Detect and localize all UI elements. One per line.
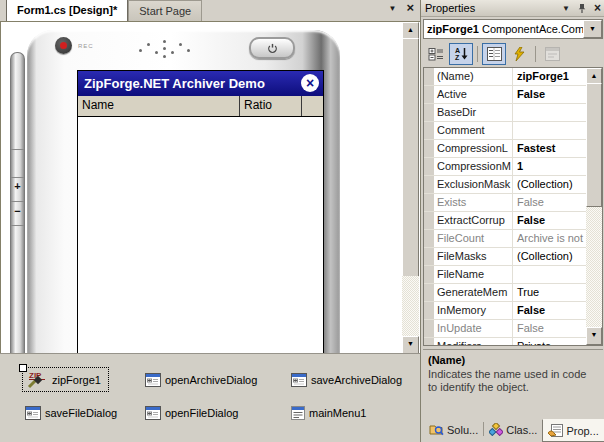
tab-scroll-dropdown-icon[interactable]: ▼ [388, 4, 396, 13]
tray-item-label: openFileDialog [165, 407, 238, 419]
listview-column-name[interactable]: Name [78, 96, 239, 116]
property-row-filemasks[interactable]: FileMasks(Collection) [424, 248, 602, 266]
property-row-inupdate[interactable]: InUpdateFalse [424, 320, 602, 338]
row-margin [424, 122, 434, 139]
document-close-icon[interactable]: × [406, 3, 414, 13]
form-titlebar[interactable]: ZipForge.NET Archiver Demo × [78, 71, 323, 96]
device-screen-form[interactable]: ZipForge.NET Archiver Demo × Name Ratio [77, 70, 324, 354]
properties-toolbar: AZ [421, 40, 604, 67]
bottom-tab-prop[interactable]: Prop... [542, 419, 604, 442]
device-volume-down-button: − [11, 205, 24, 217]
property-name: CompressionM [434, 158, 513, 175]
listview-body[interactable] [78, 117, 323, 354]
panel-close-icon[interactable]: × [594, 3, 601, 13]
window-position-dropdown-icon[interactable]: ▼ [562, 4, 570, 13]
toolbar-separator [535, 46, 536, 62]
property-name: Modifiers [434, 338, 513, 346]
bottom-tab-label: Clas... [506, 424, 537, 436]
properties-tab-icon [548, 424, 563, 437]
bottom-tab-label: Prop... [566, 425, 598, 437]
scrollbar-track[interactable] [402, 276, 419, 338]
property-row-filecount[interactable]: FileCountArchive is not o [424, 230, 602, 248]
device-rec-button: REC [55, 37, 94, 54]
property-name: ExclusionMask [434, 176, 513, 193]
form-designer-surface[interactable]: + − REC [0, 21, 420, 355]
dialog-icon [145, 406, 161, 420]
tray-item-saveArchiveDialog[interactable]: saveArchiveDialog [288, 367, 409, 392]
bottom-tab-label: Solu... [447, 424, 478, 436]
property-name: FileCount [434, 230, 513, 247]
categorized-button[interactable] [424, 43, 448, 65]
tray-item-label: openArchiveDialog [165, 374, 257, 386]
tray-item-openArchiveDialog[interactable]: openArchiveDialog [142, 367, 264, 392]
row-margin [424, 248, 434, 265]
row-margin [424, 194, 434, 211]
grid-scroll-down-icon[interactable]: ▼ [586, 327, 602, 345]
scrollbar-thumb[interactable] [402, 38, 419, 278]
property-row-inmemory[interactable]: InMemoryFalse [424, 302, 602, 320]
tray-item-openFileDialog[interactable]: openFileDialog [142, 404, 245, 422]
tray-item-label: mainMenu1 [309, 407, 366, 419]
listview-column-ratio[interactable]: Ratio [240, 96, 301, 116]
document-tabstrip: Form1.cs [Design]* Start Page ▼ × [0, 0, 420, 21]
alphabetical-button[interactable]: AZ [449, 43, 473, 65]
dialog-icon [291, 373, 307, 387]
designer-vertical-scrollbar[interactable]: ▲ ▼ [402, 22, 419, 354]
zipforge-icon: ZIP [26, 370, 48, 389]
property-row-compressionl[interactable]: CompressionLFastest [424, 140, 602, 158]
object-selector-combobox[interactable]: zipForge1 ComponentAce.Com ▼ [423, 19, 603, 38]
description-text: Indicates the name used in code to ident… [428, 368, 598, 394]
property-row-exclusionmask[interactable]: ExclusionMask(Collection) [424, 176, 602, 194]
property-row-basedir[interactable]: BaseDir [424, 104, 602, 122]
property-row-modifiers[interactable]: ModifiersPrivate [424, 338, 602, 346]
properties-titlebar: Properties ▼ × [421, 0, 604, 17]
combobox-dropdown-icon[interactable]: ▼ [583, 20, 602, 38]
selected-object: zipForge1 ComponentAce.Com [424, 23, 583, 35]
property-row-comment[interactable]: Comment [424, 122, 602, 140]
tray-item-label: saveFileDialog [45, 407, 117, 419]
rec-label: REC [78, 43, 94, 49]
row-margin [424, 158, 434, 175]
device-speaker-icon [139, 39, 195, 61]
auto-hide-pin-icon[interactable] [577, 3, 587, 14]
grid-vertical-scrollbar[interactable]: ▲ ▼ [586, 68, 602, 345]
tray-item-mainMenu1[interactable]: mainMenu1 [288, 404, 373, 422]
properties-button[interactable] [482, 43, 506, 65]
editor-pane: Form1.cs [Design]* Start Page ▼ × + − [0, 0, 420, 442]
tab-start-page[interactable]: Start Page [128, 0, 202, 21]
tray-item-zipForge1[interactable]: ZIPzipForge1 [22, 367, 109, 392]
property-name: ExtractCorrup [434, 212, 513, 229]
property-name: BaseDir [434, 104, 513, 121]
row-margin [424, 176, 434, 193]
tray-item-label: zipForge1 [52, 374, 101, 386]
device-volume-up-button: + [11, 180, 24, 192]
solution-explorer-icon [429, 423, 444, 436]
bottom-tab-solu[interactable]: Solu... [424, 419, 483, 440]
component-tray: ZIPzipForge1openArchiveDialogsaveArchive… [0, 353, 420, 442]
tab-form1-design[interactable]: Form1.cs [Design]* [6, 0, 128, 21]
listview-header[interactable]: Name Ratio [78, 96, 323, 117]
property-name: Active [434, 86, 513, 103]
property-row-filename[interactable]: FileName [424, 266, 602, 284]
form-close-icon[interactable]: × [301, 74, 319, 92]
bottom-tab-clas[interactable]: Clas... [484, 419, 542, 440]
menu-icon [291, 406, 305, 420]
row-margin [424, 212, 434, 229]
property-row-generatemem[interactable]: GenerateMemTrue [424, 284, 602, 302]
device-power-button [249, 37, 295, 59]
row-margin [424, 284, 434, 301]
row-margin [424, 338, 434, 346]
svg-text:Z: Z [455, 54, 460, 61]
tray-item-saveFileDialog[interactable]: saveFileDialog [22, 404, 124, 422]
property-row-active[interactable]: ActiveFalse [424, 86, 602, 104]
grid-scrollbar-thumb[interactable] [586, 83, 602, 207]
events-button[interactable] [507, 43, 531, 65]
property-row-extractcorrup[interactable]: ExtractCorrupFalse [424, 212, 602, 230]
row-margin [424, 266, 434, 283]
scroll-down-icon[interactable]: ▼ [402, 336, 419, 354]
property-row-compressionm[interactable]: CompressionM1 [424, 158, 602, 176]
rec-button-icon [55, 37, 72, 54]
property-row-name[interactable]: (Name)zipForge1 [424, 68, 602, 86]
properties-title: Properties [425, 2, 555, 14]
property-row-exists[interactable]: ExistsFalse [424, 194, 602, 212]
